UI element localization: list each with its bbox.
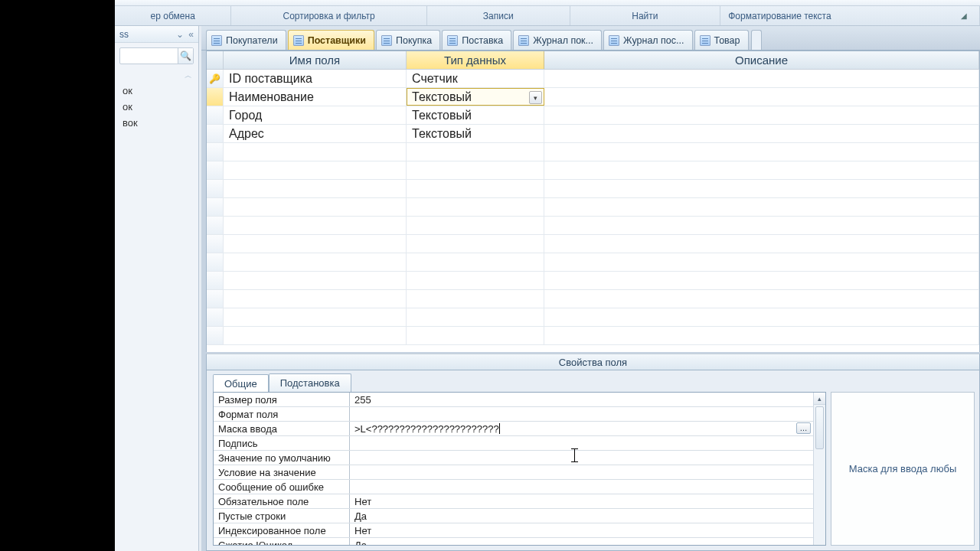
field-name-cell[interactable]	[224, 143, 407, 161]
field-row-empty[interactable]	[207, 308, 979, 327]
tab-overflow-icon[interactable]	[751, 30, 762, 50]
nav-pane-header[interactable]: ss ⌄ «	[115, 26, 198, 43]
property-value[interactable]: Да	[350, 538, 813, 545]
property-row[interactable]: Сообщение об ошибке	[214, 480, 813, 494]
row-selector[interactable]	[207, 235, 224, 253]
property-value[interactable]: 255	[350, 393, 813, 406]
table-design-grid[interactable]: Имя поля Тип данных Описание 🔑ID поставщ…	[206, 51, 980, 352]
description-cell[interactable]	[544, 327, 979, 344]
property-value[interactable]	[350, 436, 813, 450]
data-type-cell[interactable]	[407, 327, 544, 344]
row-selector[interactable]	[207, 217, 224, 234]
field-name-cell[interactable]	[224, 198, 407, 216]
data-type-cell[interactable]: Текстовый▾	[407, 88, 544, 106]
property-row[interactable]: Маска ввода>L<???????????????????????…	[214, 422, 813, 436]
description-cell[interactable]	[544, 272, 979, 289]
search-icon[interactable]: 🔍	[178, 48, 193, 64]
field-row-empty[interactable]	[207, 272, 979, 290]
description-cell[interactable]	[544, 253, 979, 271]
field-row-empty[interactable]	[207, 217, 979, 235]
row-selector[interactable]	[207, 161, 224, 179]
row-selector[interactable]	[207, 88, 224, 106]
field-name-cell[interactable]: Адрес	[224, 125, 407, 142]
scroll-thumb[interactable]	[815, 406, 824, 449]
field-row-empty[interactable]	[207, 161, 979, 180]
description-cell[interactable]	[544, 198, 979, 216]
description-cell[interactable]	[544, 290, 979, 308]
description-cell[interactable]	[544, 235, 979, 253]
row-selector[interactable]	[207, 125, 224, 142]
field-name-cell[interactable]	[224, 327, 407, 344]
row-selector-header[interactable]	[207, 51, 224, 69]
data-type-cell[interactable]	[407, 198, 544, 216]
document-tab[interactable]: Журнал пос...	[603, 30, 692, 50]
data-type-cell[interactable]	[407, 272, 544, 289]
field-row[interactable]: ГородТекстовый	[207, 106, 979, 125]
description-cell[interactable]	[544, 180, 979, 197]
document-tab[interactable]: Товар	[694, 30, 749, 50]
field-row-empty[interactable]	[207, 198, 979, 217]
row-selector[interactable]	[207, 308, 224, 326]
nav-search-input[interactable]	[120, 51, 178, 61]
row-selector[interactable]: 🔑	[207, 70, 224, 87]
field-row-empty[interactable]	[207, 235, 979, 253]
row-selector[interactable]	[207, 143, 224, 161]
field-name-cell[interactable]: Наименование	[224, 88, 407, 106]
property-value[interactable]: Нет	[350, 523, 813, 537]
property-row[interactable]: Индексированное полеНет	[214, 523, 813, 538]
col-header-description[interactable]: Описание	[544, 51, 979, 69]
field-name-cell[interactable]	[224, 290, 407, 308]
document-tab[interactable]: Покупка	[376, 30, 440, 50]
data-type-cell[interactable]	[407, 143, 544, 161]
field-row-empty[interactable]	[207, 143, 979, 161]
field-name-cell[interactable]: ID поставщика	[224, 70, 407, 87]
data-type-cell[interactable]	[407, 180, 544, 197]
field-name-cell[interactable]	[224, 272, 407, 289]
scroll-up-icon[interactable]: ▴	[814, 393, 825, 405]
property-value[interactable]: >L<???????????????????????…	[350, 422, 813, 435]
property-value[interactable]: Да	[350, 509, 813, 523]
data-type-cell[interactable]	[407, 161, 544, 179]
field-row[interactable]: НаименованиеТекстовый▾	[207, 88, 979, 106]
document-tab[interactable]: Покупатели	[206, 30, 286, 50]
data-type-cell[interactable]: Текстовый	[407, 106, 544, 124]
row-selector[interactable]	[207, 327, 224, 344]
property-row[interactable]: Подпись	[214, 436, 813, 451]
col-header-field-name[interactable]: Имя поля	[224, 51, 407, 69]
nav-category-header[interactable]: ︿	[115, 69, 198, 83]
data-type-cell[interactable]	[407, 253, 544, 271]
field-name-cell[interactable]	[224, 217, 407, 234]
description-cell[interactable]	[544, 88, 979, 106]
property-value[interactable]	[350, 451, 813, 465]
description-cell[interactable]	[544, 143, 979, 161]
field-name-cell[interactable]: Город	[224, 106, 407, 124]
data-type-dropdown-button[interactable]: ▾	[529, 91, 542, 104]
field-row[interactable]: АдресТекстовый	[207, 125, 979, 143]
expand-launcher-icon[interactable]: ◢	[961, 11, 972, 20]
property-tab-lookup[interactable]: Подстановка	[269, 373, 351, 392]
field-row[interactable]: 🔑ID поставщикаСчетчик	[207, 70, 979, 88]
row-selector[interactable]	[207, 106, 224, 124]
field-name-cell[interactable]	[224, 235, 407, 253]
property-row[interactable]: Сжатие ЮникодДа	[214, 538, 813, 545]
row-selector[interactable]	[207, 290, 224, 308]
property-value[interactable]	[350, 480, 813, 494]
data-type-cell[interactable]: Текстовый	[407, 125, 544, 142]
property-row[interactable]: Размер поля255	[214, 393, 813, 407]
row-selector[interactable]	[207, 253, 224, 271]
nav-search-box[interactable]: 🔍	[119, 47, 194, 64]
nav-item[interactable]: ок	[115, 99, 198, 115]
data-type-cell[interactable]	[407, 235, 544, 253]
description-cell[interactable]	[544, 125, 979, 142]
document-tab[interactable]: Поставка	[442, 30, 511, 50]
row-selector[interactable]	[207, 180, 224, 197]
field-name-cell[interactable]	[224, 180, 407, 197]
document-tab[interactable]: Журнал пок...	[513, 30, 602, 50]
property-value[interactable]: Нет	[350, 494, 813, 508]
property-row[interactable]: Значение по умолчанию	[214, 451, 813, 465]
nav-pane-collapse-icon[interactable]: ⌄ «	[176, 29, 194, 40]
data-type-cell[interactable]	[407, 217, 544, 234]
field-name-cell[interactable]	[224, 253, 407, 271]
field-name-cell[interactable]	[224, 161, 407, 179]
property-grid[interactable]: Размер поля255Формат поляМаска ввода>L<?…	[213, 392, 826, 546]
